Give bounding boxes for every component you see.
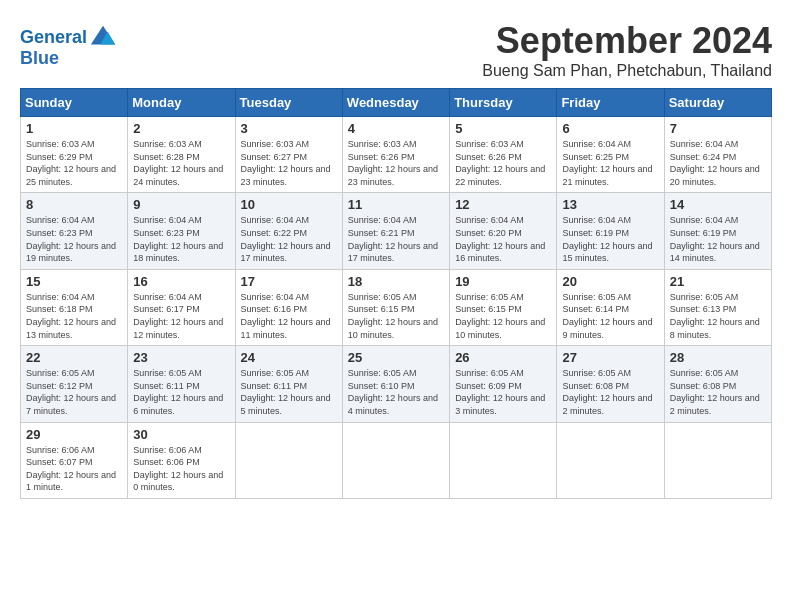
- day-number: 4: [348, 121, 444, 136]
- day-number: 3: [241, 121, 337, 136]
- calendar-week-row: 1 Sunrise: 6:03 AMSunset: 6:29 PMDayligh…: [21, 117, 772, 193]
- day-info: Sunrise: 6:05 AMSunset: 6:08 PMDaylight:…: [562, 367, 658, 417]
- calendar-cell: 29 Sunrise: 6:06 AMSunset: 6:07 PMDaylig…: [21, 422, 128, 498]
- title-block: September 2024 Bueng Sam Phan, Phetchabu…: [482, 20, 772, 80]
- calendar-cell: 26 Sunrise: 6:05 AMSunset: 6:09 PMDaylig…: [450, 346, 557, 422]
- day-number: 7: [670, 121, 766, 136]
- calendar-cell: 24 Sunrise: 6:05 AMSunset: 6:11 PMDaylig…: [235, 346, 342, 422]
- calendar-cell: 14 Sunrise: 6:04 AMSunset: 6:19 PMDaylig…: [664, 193, 771, 269]
- month-title: September 2024: [482, 20, 772, 62]
- day-number: 11: [348, 197, 444, 212]
- calendar-cell: 23 Sunrise: 6:05 AMSunset: 6:11 PMDaylig…: [128, 346, 235, 422]
- day-number: 26: [455, 350, 551, 365]
- day-number: 18: [348, 274, 444, 289]
- day-number: 29: [26, 427, 122, 442]
- logo: General Blue: [20, 24, 117, 69]
- day-info: Sunrise: 6:05 AMSunset: 6:14 PMDaylight:…: [562, 291, 658, 341]
- logo-text: General: [20, 28, 87, 48]
- calendar-week-row: 29 Sunrise: 6:06 AMSunset: 6:07 PMDaylig…: [21, 422, 772, 498]
- day-number: 17: [241, 274, 337, 289]
- calendar-cell: 6 Sunrise: 6:04 AMSunset: 6:25 PMDayligh…: [557, 117, 664, 193]
- day-info: Sunrise: 6:05 AMSunset: 6:15 PMDaylight:…: [348, 291, 444, 341]
- day-info: Sunrise: 6:05 AMSunset: 6:15 PMDaylight:…: [455, 291, 551, 341]
- calendar-cell: 17 Sunrise: 6:04 AMSunset: 6:16 PMDaylig…: [235, 269, 342, 345]
- day-info: Sunrise: 6:03 AMSunset: 6:26 PMDaylight:…: [348, 138, 444, 188]
- calendar-cell: [342, 422, 449, 498]
- calendar-cell: 20 Sunrise: 6:05 AMSunset: 6:14 PMDaylig…: [557, 269, 664, 345]
- calendar-cell: 30 Sunrise: 6:06 AMSunset: 6:06 PMDaylig…: [128, 422, 235, 498]
- day-number: 5: [455, 121, 551, 136]
- day-info: Sunrise: 6:06 AMSunset: 6:06 PMDaylight:…: [133, 444, 229, 494]
- calendar-week-row: 15 Sunrise: 6:04 AMSunset: 6:18 PMDaylig…: [21, 269, 772, 345]
- calendar-cell: 8 Sunrise: 6:04 AMSunset: 6:23 PMDayligh…: [21, 193, 128, 269]
- day-info: Sunrise: 6:04 AMSunset: 6:19 PMDaylight:…: [670, 214, 766, 264]
- day-info: Sunrise: 6:04 AMSunset: 6:23 PMDaylight:…: [133, 214, 229, 264]
- day-number: 23: [133, 350, 229, 365]
- day-number: 30: [133, 427, 229, 442]
- day-number: 25: [348, 350, 444, 365]
- calendar-week-row: 8 Sunrise: 6:04 AMSunset: 6:23 PMDayligh…: [21, 193, 772, 269]
- calendar-cell: 7 Sunrise: 6:04 AMSunset: 6:24 PMDayligh…: [664, 117, 771, 193]
- day-info: Sunrise: 6:04 AMSunset: 6:21 PMDaylight:…: [348, 214, 444, 264]
- calendar-cell: 19 Sunrise: 6:05 AMSunset: 6:15 PMDaylig…: [450, 269, 557, 345]
- calendar-cell: [235, 422, 342, 498]
- calendar-cell: 25 Sunrise: 6:05 AMSunset: 6:10 PMDaylig…: [342, 346, 449, 422]
- day-number: 27: [562, 350, 658, 365]
- day-info: Sunrise: 6:03 AMSunset: 6:27 PMDaylight:…: [241, 138, 337, 188]
- day-number: 8: [26, 197, 122, 212]
- day-number: 10: [241, 197, 337, 212]
- day-number: 22: [26, 350, 122, 365]
- day-info: Sunrise: 6:05 AMSunset: 6:11 PMDaylight:…: [241, 367, 337, 417]
- day-info: Sunrise: 6:04 AMSunset: 6:19 PMDaylight:…: [562, 214, 658, 264]
- day-number: 14: [670, 197, 766, 212]
- calendar-cell: 28 Sunrise: 6:05 AMSunset: 6:08 PMDaylig…: [664, 346, 771, 422]
- weekday-header-monday: Monday: [128, 89, 235, 117]
- page-header: General Blue September 2024 Bueng Sam Ph…: [20, 20, 772, 80]
- calendar-cell: 10 Sunrise: 6:04 AMSunset: 6:22 PMDaylig…: [235, 193, 342, 269]
- weekday-header-saturday: Saturday: [664, 89, 771, 117]
- day-info: Sunrise: 6:04 AMSunset: 6:24 PMDaylight:…: [670, 138, 766, 188]
- day-number: 9: [133, 197, 229, 212]
- day-info: Sunrise: 6:03 AMSunset: 6:29 PMDaylight:…: [26, 138, 122, 188]
- day-number: 6: [562, 121, 658, 136]
- day-number: 20: [562, 274, 658, 289]
- location-title: Bueng Sam Phan, Phetchabun, Thailand: [482, 62, 772, 80]
- day-number: 2: [133, 121, 229, 136]
- calendar-cell: 13 Sunrise: 6:04 AMSunset: 6:19 PMDaylig…: [557, 193, 664, 269]
- day-number: 1: [26, 121, 122, 136]
- day-info: Sunrise: 6:03 AMSunset: 6:26 PMDaylight:…: [455, 138, 551, 188]
- day-number: 19: [455, 274, 551, 289]
- weekday-header-sunday: Sunday: [21, 89, 128, 117]
- calendar-cell: 5 Sunrise: 6:03 AMSunset: 6:26 PMDayligh…: [450, 117, 557, 193]
- calendar-cell: 21 Sunrise: 6:05 AMSunset: 6:13 PMDaylig…: [664, 269, 771, 345]
- calendar-cell: [664, 422, 771, 498]
- day-info: Sunrise: 6:05 AMSunset: 6:09 PMDaylight:…: [455, 367, 551, 417]
- calendar-cell: 15 Sunrise: 6:04 AMSunset: 6:18 PMDaylig…: [21, 269, 128, 345]
- day-number: 13: [562, 197, 658, 212]
- calendar-cell: 27 Sunrise: 6:05 AMSunset: 6:08 PMDaylig…: [557, 346, 664, 422]
- calendar-table: SundayMondayTuesdayWednesdayThursdayFrid…: [20, 88, 772, 499]
- calendar-cell: [450, 422, 557, 498]
- calendar-cell: [557, 422, 664, 498]
- day-info: Sunrise: 6:05 AMSunset: 6:12 PMDaylight:…: [26, 367, 122, 417]
- day-info: Sunrise: 6:03 AMSunset: 6:28 PMDaylight:…: [133, 138, 229, 188]
- day-info: Sunrise: 6:04 AMSunset: 6:17 PMDaylight:…: [133, 291, 229, 341]
- weekday-header-wednesday: Wednesday: [342, 89, 449, 117]
- calendar-cell: 4 Sunrise: 6:03 AMSunset: 6:26 PMDayligh…: [342, 117, 449, 193]
- day-info: Sunrise: 6:04 AMSunset: 6:20 PMDaylight:…: [455, 214, 551, 264]
- calendar-cell: 18 Sunrise: 6:05 AMSunset: 6:15 PMDaylig…: [342, 269, 449, 345]
- day-info: Sunrise: 6:04 AMSunset: 6:22 PMDaylight:…: [241, 214, 337, 264]
- weekday-header-friday: Friday: [557, 89, 664, 117]
- calendar-cell: 12 Sunrise: 6:04 AMSunset: 6:20 PMDaylig…: [450, 193, 557, 269]
- weekday-header-row: SundayMondayTuesdayWednesdayThursdayFrid…: [21, 89, 772, 117]
- day-info: Sunrise: 6:06 AMSunset: 6:07 PMDaylight:…: [26, 444, 122, 494]
- calendar-cell: 22 Sunrise: 6:05 AMSunset: 6:12 PMDaylig…: [21, 346, 128, 422]
- day-info: Sunrise: 6:04 AMSunset: 6:23 PMDaylight:…: [26, 214, 122, 264]
- calendar-cell: 16 Sunrise: 6:04 AMSunset: 6:17 PMDaylig…: [128, 269, 235, 345]
- day-number: 12: [455, 197, 551, 212]
- logo-icon: [89, 24, 117, 52]
- day-info: Sunrise: 6:05 AMSunset: 6:10 PMDaylight:…: [348, 367, 444, 417]
- calendar-cell: 11 Sunrise: 6:04 AMSunset: 6:21 PMDaylig…: [342, 193, 449, 269]
- day-info: Sunrise: 6:04 AMSunset: 6:18 PMDaylight:…: [26, 291, 122, 341]
- day-number: 16: [133, 274, 229, 289]
